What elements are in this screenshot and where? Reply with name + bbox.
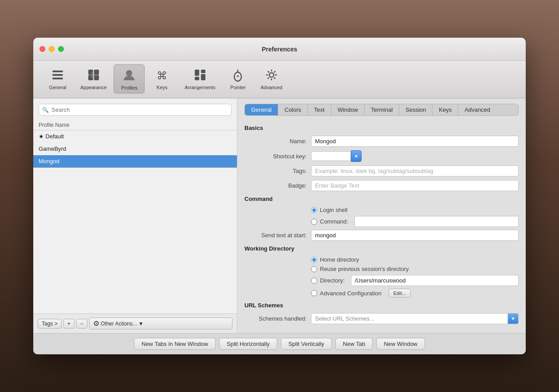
login-shell-radio[interactable] xyxy=(311,207,317,213)
other-actions-dropdown-icon: ▼ xyxy=(138,321,144,327)
name-row: Name: xyxy=(244,136,519,147)
window-title: Preferences xyxy=(262,46,297,53)
tags-input[interactable] xyxy=(311,165,519,176)
right-panel: General Colors Text Window Terminal Sess… xyxy=(237,98,526,333)
tab-keys[interactable]: Keys xyxy=(433,104,458,115)
preferences-window: Preferences General Appearance Profiles … xyxy=(33,38,526,354)
svg-rect-2 xyxy=(52,78,63,79)
profile-default-label: ★ Default xyxy=(39,133,64,140)
bottom-bar: New Tabs in New Window Split Horizontall… xyxy=(33,333,526,354)
home-dir-radio[interactable] xyxy=(311,257,317,263)
tags-label: Tags: xyxy=(244,168,307,174)
tab-terminal[interactable]: Terminal xyxy=(365,104,399,115)
directory-radio[interactable] xyxy=(311,278,317,284)
titlebar: Preferences xyxy=(33,38,526,61)
svg-rect-8 xyxy=(88,74,99,75)
toolbar-item-keys[interactable]: ⌘ Keys xyxy=(146,64,177,94)
toolbar-label-keys: Keys xyxy=(157,85,167,90)
profile-item-mongod[interactable]: Mongod xyxy=(33,155,237,168)
new-tabs-button[interactable]: New Tabs in New Window xyxy=(134,338,216,350)
basics-section-title: Basics xyxy=(244,125,519,131)
maximize-button[interactable] xyxy=(58,46,64,52)
split-vertical-button[interactable]: Split Vertically xyxy=(281,338,332,350)
directory-input[interactable] xyxy=(351,275,519,286)
svg-rect-1 xyxy=(52,74,63,76)
split-horizontal-label: Split Horizontally xyxy=(227,341,270,347)
general-icon xyxy=(50,67,66,83)
split-horizontal-button[interactable]: Split Horizontally xyxy=(219,338,277,350)
svg-rect-11 xyxy=(195,70,199,76)
tab-advanced[interactable]: Advanced xyxy=(458,104,496,115)
send-text-input[interactable] xyxy=(311,230,519,241)
reuse-session-row: Reuse previous session's directory xyxy=(311,266,519,272)
profile-list-header: Profile Name xyxy=(33,120,237,130)
reuse-session-radio[interactable] xyxy=(311,266,317,272)
tags-button[interactable]: Tags > xyxy=(38,319,62,329)
add-profile-button[interactable]: + xyxy=(63,319,75,329)
tab-window[interactable]: Window xyxy=(331,104,365,115)
toolbar-item-general[interactable]: General xyxy=(42,64,73,94)
schemes-handled-row: Schemes handled: Select URL Schemes... ▼ xyxy=(244,313,519,324)
svg-rect-0 xyxy=(52,71,63,72)
search-input[interactable] xyxy=(39,104,232,116)
minimize-button[interactable] xyxy=(49,46,55,52)
profile-item-gamebyrd[interactable]: GameByrd xyxy=(33,143,237,155)
appearance-icon xyxy=(86,67,102,83)
reuse-session-label: Reuse previous session's directory xyxy=(320,266,409,272)
command-row: Command: xyxy=(311,216,519,227)
toolbar-item-profiles[interactable]: Profiles xyxy=(114,64,145,94)
toolbar-item-advanced[interactable]: Advanced xyxy=(255,64,287,94)
url-schemes-arrow[interactable]: ▼ xyxy=(508,314,518,324)
home-dir-row: Home directory xyxy=(311,256,519,263)
tab-session[interactable]: Session xyxy=(399,104,433,115)
window-controls xyxy=(39,46,64,52)
advanced-config-radio[interactable] xyxy=(311,290,317,296)
svg-rect-13 xyxy=(201,70,205,73)
pointer-icon xyxy=(230,67,246,83)
toolbar-item-appearance[interactable]: Appearance xyxy=(75,64,112,94)
badge-row: Badge: xyxy=(244,180,519,191)
send-text-row: Send text at start: xyxy=(244,230,519,241)
tab-colors[interactable]: Colors xyxy=(278,104,308,115)
name-input[interactable] xyxy=(311,136,519,147)
toolbar-item-arrangements[interactable]: Arrangements xyxy=(179,64,220,94)
main-content: 🔍 Profile Name ★ Default GameByrd Mongod… xyxy=(33,98,526,333)
remove-profile-button[interactable]: − xyxy=(76,319,87,329)
tab-general[interactable]: General xyxy=(245,104,278,115)
toolbar: General Appearance Profiles ⌘ Keys Arran… xyxy=(33,61,526,98)
login-shell-label: Login shell xyxy=(320,207,347,213)
tags-button-label: Tags > xyxy=(42,321,58,327)
shortcut-key-row: Shortcut key: ▼ xyxy=(244,150,519,162)
toolbar-item-pointer[interactable]: Pointer xyxy=(222,64,253,94)
shortcut-select-wrapper: ▼ xyxy=(311,150,362,162)
badge-label: Badge: xyxy=(244,182,307,189)
advanced-icon xyxy=(264,67,280,83)
shortcut-arrow-btn[interactable]: ▼ xyxy=(351,150,362,162)
command-radio-label: Command: xyxy=(320,218,348,225)
search-icon: 🔍 xyxy=(42,107,49,113)
profile-list: ★ Default GameByrd Mongod xyxy=(33,130,237,314)
new-tabs-label: New Tabs in New Window xyxy=(142,341,208,347)
command-radio[interactable] xyxy=(311,219,317,225)
svg-point-9 xyxy=(126,70,132,76)
toolbar-label-general: General xyxy=(49,85,66,90)
command-section-title: Command xyxy=(244,196,519,202)
sidebar: 🔍 Profile Name ★ Default GameByrd Mongod… xyxy=(33,98,237,333)
edit-button[interactable]: Edit... xyxy=(389,289,411,298)
svg-rect-12 xyxy=(195,77,199,80)
url-schemes-select[interactable]: Select URL Schemes... xyxy=(311,314,508,324)
shortcut-select[interactable] xyxy=(311,151,351,161)
tags-row: Tags: xyxy=(244,165,519,176)
command-input[interactable] xyxy=(354,216,519,227)
tab-text[interactable]: Text xyxy=(308,104,331,115)
new-window-button[interactable]: New Window xyxy=(376,338,425,350)
tab-bar: General Colors Text Window Terminal Sess… xyxy=(244,104,519,116)
advanced-config-label: Advanced Configuration xyxy=(320,290,382,297)
new-tab-button[interactable]: New Tab xyxy=(335,338,373,350)
profile-item-default[interactable]: ★ Default xyxy=(33,130,237,143)
profiles-icon xyxy=(121,67,137,83)
badge-input[interactable] xyxy=(311,180,519,191)
url-schemes-section-title: URL Schemes xyxy=(244,302,519,309)
other-actions-button[interactable]: ⚙ Other Actions... ▼ xyxy=(89,318,232,329)
close-button[interactable] xyxy=(39,46,45,52)
